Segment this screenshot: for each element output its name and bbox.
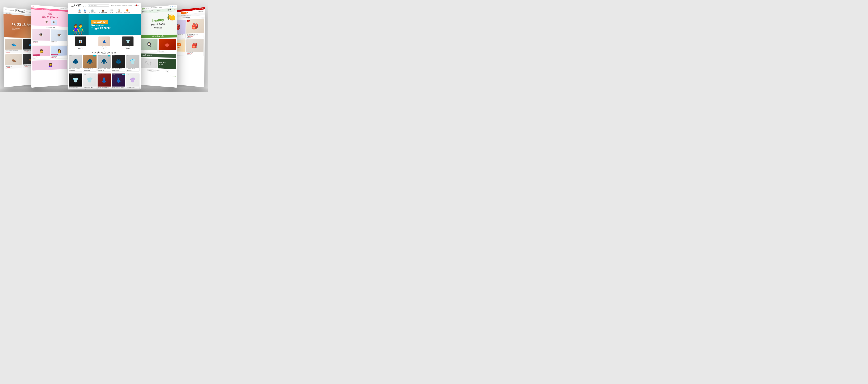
yody-logo-sub: TƯỞNG & DYNAMIC — [70, 6, 86, 7]
yody-nav-tuyendung[interactable]: 📋 Tuyển dụng — [116, 9, 122, 13]
yody-product-item[interactable]: 👚 YODY Bộ nữ tay Raglan, Đen 499,000 vnđ — [126, 73, 140, 89]
kitchen-nav-cookbook[interactable]: Cookbook — [157, 9, 161, 12]
dolly-product-img: 👁️ — [32, 29, 50, 41]
bentoni-product-item[interactable]: 👞 Monotone I Nâu 1,490,000đ — [5, 54, 22, 69]
kitchen-tab-bep[interactable]: BẾP KITCHENART — [151, 7, 158, 9]
yody-product-item[interactable]: 👕 YODY Ni nam in YOUNG, Xám 359,000 vnđ — [126, 55, 140, 71]
yody-search-placeholder: Bạn tìm gì? — [91, 5, 97, 6]
bags-cart[interactable]: Giỏ hàng (0) — [198, 10, 204, 12]
dolly-limited-item1[interactable]: 👩 LIMITED EDITION Jessica Silver 295,000… — [32, 46, 50, 59]
bags-product-tiger[interactable]: 🎒 GU200 có quà tặng 1,350,000 VND 465,00… — [186, 39, 204, 56]
yody-product-item[interactable]: 🧥 YODY NEW Măng tô cá sọc 2 mặt, Nâu 1,6… — [83, 55, 96, 71]
kitchen-tab-lienhe[interactable]: LIÊN HỆ — [159, 7, 162, 8]
kitchen-nav-dothead[interactable]: Đồ thể ao — [167, 9, 172, 11]
bentoni-product-info: Breezy Sneaker I Đen (Đế Đen) 1,100,000đ — [5, 50, 22, 53]
dolly-product-item[interactable]: 👁️ vanillachoco 325,000 VNĐ — [32, 29, 50, 44]
yody-product-name: Ni nam in YOUNG, Trắng — [84, 87, 96, 88]
kitchen-product-item[interactable]: 🍳 Bộ nồi chảo — [141, 39, 158, 53]
yody-product-img: 👕 YODY — [126, 55, 140, 68]
yody-product-img: 🧥 YODY — [112, 55, 125, 68]
bags-product-item[interactable]: 🎒 15% Balo chống gù lưng Tiger Family BL… — [186, 19, 204, 38]
kitchen-hero-text: healthyMADE EASY — [151, 18, 165, 26]
bentoni-product-item[interactable]: 👟 Breezy Sneaker I Đen (Đế Đen) 1,100,00… — [5, 39, 22, 53]
kitchen-nav-tapchi[interactable]: Tạp Chí — [162, 9, 166, 11]
kitchen-nav-dungcubep[interactable]: Dụng cụ bếp — [150, 10, 155, 12]
yody-cat-nu[interactable]: 👗 SẢN PHẨM NỮ — [98, 36, 110, 50]
yody-nav-donggiacongty[interactable]: 🏢 Đồ gia công ty — [89, 9, 96, 13]
yody-cat-nam[interactable]: 👕 SẢN PHẨM NAM — [122, 36, 133, 50]
kitchen-product-img: 🍳 — [141, 39, 157, 50]
dolly-search-icon[interactable]: 🔍 Tìm kiếm sản phẩm — [58, 8, 67, 9]
yody-notifications[interactable]: Xem lịch sử 77 đơn hàng — [122, 5, 132, 6]
yody-nav-nam-icon: 👔 — [78, 9, 81, 12]
kitchen-product-item[interactable]: 🫖 Ấm đun nước — [158, 38, 176, 53]
kitchen-dao-thia-title: DAO, THÌA& DĨA — [159, 62, 175, 66]
yody-nav-donggiacongty-label: Đồ gia công ty — [89, 12, 96, 13]
bentoni-product-image: 👟 — [5, 39, 22, 50]
kitchen-tab-tintuc[interactable]: TIN TỨC — [146, 8, 149, 9]
yody-product-item[interactable]: 👕 YODY Ni nam in YOUNG, Đen 359,000 vnđ — [69, 73, 82, 89]
dolly-limited-price: 295,000 VNĐ — [33, 57, 49, 59]
yody-nav-donggiacongty-icon: 🏢 — [91, 9, 94, 12]
kitchen-nav-dungcubanăn[interactable]: Dụng cụ bàn ăn — [142, 10, 148, 13]
yody-nav-nam[interactable]: 👔 Nam — [78, 9, 81, 13]
yody-brand-tag: YODY — [112, 55, 115, 56]
kitchen-nav-sale[interactable]: Sale — [174, 8, 176, 11]
bentoni-product-info: Monotone I Nâu 1,490,000đ — [5, 64, 22, 69]
kitchen-brand-la[interactable]: la f — [162, 70, 165, 72]
yody-nav-vanphong-icon: 💼 — [101, 9, 104, 12]
yody-product-price: 359,000 vnđ — [127, 70, 139, 71]
yody-product-item[interactable]: 🧥 YODY Măng tô cà sọc 2 mặt, Đen 1,689,0… — [112, 55, 125, 71]
dolly-product-name: ZENITH brown — [51, 41, 66, 42]
dolly-limited-price: 295,000 VNĐ — [51, 57, 67, 58]
kitchen-cart-icon[interactable]: 🛒 — [175, 6, 176, 7]
dolly-hero-product2: 👁️ — [51, 20, 57, 25]
yody-product-price: 999,000 vnđ — [69, 70, 82, 71]
yody-nav-vanphong[interactable]: 💼 Văn phòng công ty — [99, 9, 107, 13]
yody-cat-nu-img: 👗 — [98, 36, 110, 46]
yody-nav-nu-label: Nữ — [84, 12, 86, 13]
yody-product-info: Măng tô cá sọc 2 mặt, Nâu 1,689,000 vnđ — [83, 68, 96, 71]
kitchen-brand-e[interactable]: E — [166, 70, 169, 72]
yody-categories: 👔 SẢN PHẨM VEST 👗 SẢN PHẨM NỮ 👕 SẢN PHẨM… — [68, 35, 141, 51]
yody-product-price: 459,000 vnđ — [98, 88, 110, 89]
yody-cat-vest-label-top: SẢN PHẨM — [78, 47, 83, 48]
yody-cart[interactable]: 🛒 Giỏ hàng 0 — [134, 5, 138, 6]
yody-nav: 👔 Nam 👗 Nữ 🏢 Đồ gia công ty 💼 Văn phòng … — [68, 8, 141, 14]
yody-product-name: Măng tô cà sọc 2 mặt, Đen — [112, 68, 124, 69]
yody-search-box[interactable]: 🔍 Bạn tìm gì? — [88, 4, 109, 7]
bags-product-oldprice: 465,000 VND — [187, 37, 203, 38]
yody-product-info: Ni nam in YOUNG, Trắng 359,000 vnđ — [83, 87, 96, 89]
yody-nav-tintuc[interactable]: 📰 Tin tức — [110, 9, 113, 13]
dolly-products: 👁️ vanillachoco 325,000 VNĐ 👁️ ZENITH br… — [31, 27, 68, 45]
dolly-product-price: 320,000 VNĐ — [51, 42, 66, 43]
kitchen-brand-zoofrolly[interactable]: zoo FROLLY — [155, 69, 161, 72]
kitchen-tab-tapchi[interactable]: TẠP CHÍ — [142, 8, 145, 9]
kitchen-viewall-link[interactable]: Xem tất cả ❯ — [170, 76, 176, 77]
dolly-limited-item2[interactable]: 👩 LIMITED EDITION Jessica Brown 295,000 … — [51, 46, 67, 59]
bentoni-product-price: 1,100,000đ — [6, 52, 22, 53]
bentoni-hotline: Hotline: 085-356-6666 — [5, 9, 14, 11]
yody-product-item[interactable]: 👕 YODY Ni nam in YOUNG, Trắng 359,000 vn… — [83, 73, 96, 89]
kitchen-lemon-icon: 🍋 — [167, 13, 176, 22]
yody-product-item[interactable]: 👗 YODY NEW Đầm len cổ tròn tay lỡ, Tím t… — [112, 73, 125, 89]
yody-product-item[interactable]: 🧥 YODY Măng tô tay JABLAN, Xám đen 999,0… — [69, 55, 82, 71]
yody-section-new-title: TOP SẢN PHẨM MỚI NHẤT — [68, 51, 141, 55]
kitchen-search-icon[interactable]: 🔍 — [170, 6, 171, 7]
yody-nav-nu[interactable]: 👗 Nữ — [84, 9, 86, 13]
yody-cat-vest[interactable]: 👔 SẢN PHẨM VEST — [75, 36, 86, 50]
yody-brand-tag: YODY — [127, 74, 129, 75]
yody-brand-tag: YODY — [98, 74, 100, 75]
yody-product-item[interactable]: 👗 YODY Đầm len cổ tròn tay lỡ, Đỏ đô 459… — [97, 73, 111, 89]
dolly-news-label: 📢 TIN TỨC HOT — [32, 8, 39, 9]
kitchen-hero: healthyMADE EASY KitchenCraft for health… — [140, 11, 177, 35]
yody-hotline: 📞 1800 2000 (Miễn phí) — [111, 5, 121, 6]
kitchen-account-icon[interactable]: 👤 — [172, 6, 174, 7]
yody-product-item[interactable]: 🧥 YODY NEW Măng tô cà sọc 2 mặt, Lông ch… — [97, 55, 111, 71]
kitchen-brand-campbell[interactable]: CAMPBELL — [147, 69, 153, 72]
dolly-hero-text: fallfall in your e — [42, 11, 58, 19]
yody-nav-khuyenmãi[interactable]: 🎁 Khuyến mãi — [124, 9, 130, 13]
scene: Hotline: 085-356-6666 BENTONI TRANG CHỦ … — [0, 0, 208, 92]
dolly-product-item[interactable]: 👁️ ZENITH brown 320,000 VNĐ — [51, 29, 67, 44]
yody-product-name: Đầm len cổ tròn tay lỡ, Đỏ đô — [98, 87, 110, 88]
